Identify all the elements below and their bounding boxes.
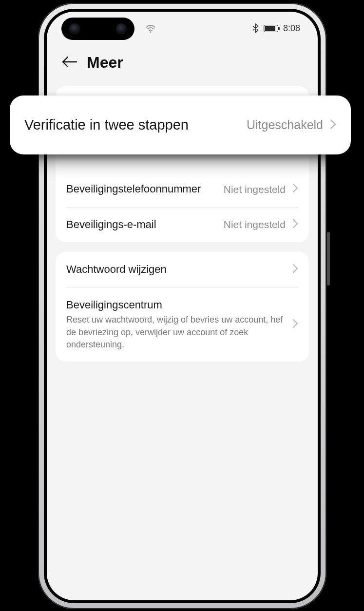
camera-notch bbox=[61, 18, 134, 40]
chevron-right-icon bbox=[292, 183, 298, 195]
row-value: Niet ingesteld bbox=[224, 183, 286, 195]
chevron-right-icon bbox=[292, 264, 298, 275]
settings-group-account: Wachtwoord wijzigen Beveiligingscentrum … bbox=[56, 252, 309, 362]
status-time: 8:08 bbox=[283, 23, 300, 34]
row-security-email[interactable]: Beveiligings-e-mail Niet ingesteld bbox=[56, 207, 309, 243]
row-two-step-verification[interactable]: Verificatie in twee stappen Uitgeschakel… bbox=[10, 95, 351, 154]
wifi-icon bbox=[145, 24, 156, 33]
phone-frame: 8:08 Meer Beveiligingstelefoonnummer Nie… bbox=[38, 3, 326, 609]
back-button[interactable] bbox=[61, 56, 78, 70]
row-value: Niet ingesteld bbox=[224, 218, 286, 230]
row-security-phone[interactable]: Beveiligingstelefoonnummer Niet ingestel… bbox=[56, 172, 309, 207]
row-label: Beveiligingscentrum bbox=[66, 298, 286, 312]
row-text: Beveiligingscentrum Reset uw wachtwoord,… bbox=[66, 298, 286, 351]
front-camera-right-icon bbox=[116, 23, 127, 34]
svg-point-0 bbox=[150, 31, 152, 33]
chevron-right-icon bbox=[292, 319, 298, 330]
row-security-center[interactable]: Beveiligingscentrum Reset uw wachtwoord,… bbox=[56, 287, 309, 362]
row-change-password[interactable]: Wachtwoord wijzigen bbox=[56, 252, 309, 287]
app-header: Meer bbox=[47, 45, 318, 86]
front-camera-left-icon bbox=[69, 23, 80, 34]
row-label: Verificatie in twee stappen bbox=[24, 117, 240, 133]
row-label: Beveiligingstelefoonnummer bbox=[66, 182, 217, 196]
row-label: Beveiligings-e-mail bbox=[66, 218, 217, 232]
row-subtitle: Reset uw wachtwoord, wijzig of bevries u… bbox=[66, 314, 286, 351]
bluetooth-icon bbox=[252, 23, 259, 33]
row-value: Uitgeschakeld bbox=[247, 118, 323, 132]
page-title: Meer bbox=[87, 54, 123, 72]
battery-icon bbox=[264, 25, 278, 32]
chevron-right-icon bbox=[330, 119, 336, 132]
row-label: Wachtwoord wijzigen bbox=[66, 263, 286, 277]
chevron-right-icon bbox=[292, 219, 298, 230]
